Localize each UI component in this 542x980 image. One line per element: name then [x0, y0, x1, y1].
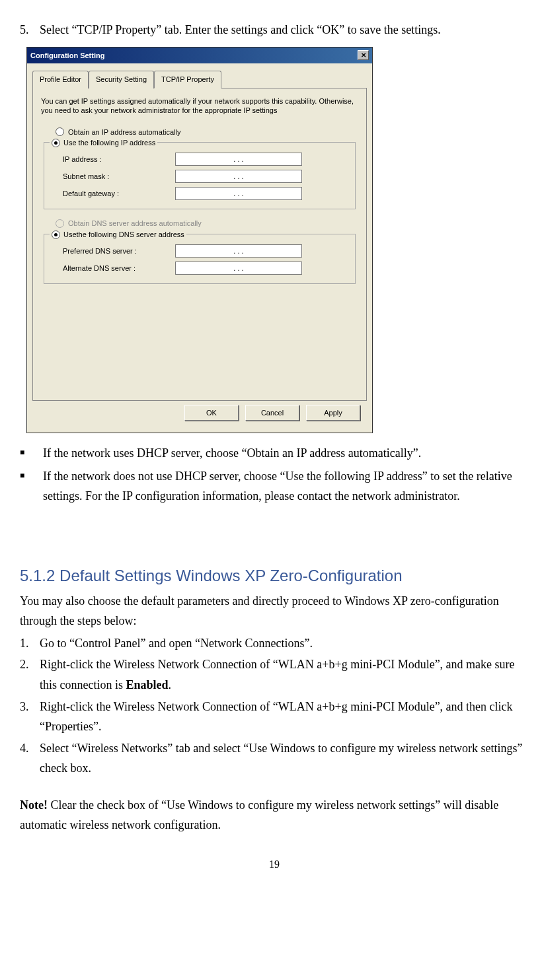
note: Note! Clear the check box of “Use Window… [20, 795, 529, 835]
pref-dns-input[interactable]: . . . [175, 244, 302, 258]
tab-content: You can get IP settings assigned automat… [32, 88, 367, 401]
list-item-3: 3. Right-click the Wireless Network Conn… [20, 697, 529, 737]
bullet-2: ■ If the network does not use DHCP serve… [20, 466, 529, 507]
list-number: 3. [20, 697, 40, 737]
gateway-input[interactable]: . . . [175, 187, 302, 200]
ip-address-row: IP address : . . . [50, 151, 350, 168]
section-title: 5.1.2 Default Settings Windows XP Zero-C… [20, 563, 529, 590]
dns-group: Usethe following DNS server address Pref… [44, 234, 356, 284]
step-5: 5. Select “TCP/IP Property” tab. Enter t… [20, 20, 529, 40]
tab-security-setting[interactable]: Security Setting [89, 71, 154, 88]
step-number: 5. [20, 20, 40, 40]
list-text: Right-click the Wireless Network Connect… [40, 654, 529, 695]
alt-dns-input[interactable]: . . . [175, 262, 302, 275]
section-intro: You may also choose the default paramete… [20, 591, 529, 631]
bullet-1: ■ If the network uses DHCP server, choos… [20, 443, 529, 464]
close-icon[interactable]: ✕ [358, 50, 369, 60]
radio-icon [52, 139, 60, 147]
list-number: 1. [20, 633, 40, 654]
bullet-icon: ■ [20, 466, 43, 507]
page-number: 19 [20, 855, 529, 873]
alt-dns-row: Alternate DNS server : . . . [50, 260, 350, 277]
list-text: Go to “Control Panel” and open “Network … [40, 633, 313, 654]
list-number: 2. [20, 654, 40, 695]
dialog-buttons: OK Cancel Apply [32, 401, 367, 427]
pref-dns-row: Preferred DNS server : . . . [50, 242, 350, 260]
alt-dns-label: Alternate DNS server : [63, 262, 175, 275]
dialog-title: Configuration Setting [30, 50, 104, 62]
list-item-4: 4. Select “Wireless Networks” tab and se… [20, 738, 529, 779]
list-text: Select “Wireless Networks” tab and selec… [40, 738, 529, 779]
radio-icon [56, 219, 64, 228]
ok-button[interactable]: OK [184, 405, 239, 421]
list-text: Right-click the Wireless Network Connect… [40, 697, 529, 737]
titlebar: Configuration Setting ✕ [27, 48, 372, 64]
ip-address-input[interactable]: . . . [175, 153, 302, 166]
list-item-2: 2. Right-click the Wireless Network Conn… [20, 654, 529, 695]
ip-address-label: IP address : [63, 153, 175, 166]
cancel-button[interactable]: Cancel [245, 405, 299, 421]
step-text: Select “TCP/IP Property” tab. Enter the … [40, 20, 441, 40]
radio-icon [56, 127, 64, 136]
note-label: Note! [20, 798, 48, 812]
bullet-1-text: If the network uses DHCP server, choose … [43, 443, 421, 464]
bullet-2-text: If the network does not use DHCP server,… [43, 466, 529, 507]
gateway-row: Default gateway : . . . [50, 185, 350, 202]
tab-profile-editor[interactable]: Profile Editor [32, 71, 89, 88]
subnet-row: Subnet mask : . . . [50, 168, 350, 185]
intro-text: You can get IP settings assigned automat… [41, 96, 358, 116]
bullet-list: ■ If the network uses DHCP server, choos… [20, 443, 529, 507]
gateway-label: Default gateway : [63, 188, 175, 200]
subnet-label: Subnet mask : [63, 170, 175, 183]
subnet-input[interactable]: . . . [175, 170, 302, 183]
tab-tcpip-property[interactable]: TCP/IP Property [154, 71, 221, 88]
pref-dns-label: Preferred DNS server : [63, 245, 175, 258]
note-text: Clear the check box of “Use Windows to c… [20, 798, 498, 832]
ip-group: Use the following IP address IP address … [44, 142, 356, 209]
tabs: Profile Editor Security Setting TCP/IP P… [32, 70, 367, 88]
radio-use-ip[interactable]: Use the following IP address [50, 137, 157, 149]
numbered-list: 1. Go to “Control Panel” and open “Netwo… [20, 633, 529, 779]
apply-button[interactable]: Apply [306, 405, 360, 421]
radio-icon [52, 230, 60, 239]
bullet-icon: ■ [20, 443, 43, 464]
radio-label-use-dns: Usethe following DNS server address [63, 228, 184, 241]
list-number: 4. [20, 738, 40, 779]
config-dialog: Configuration Setting ✕ Profile Editor S… [26, 47, 373, 433]
list-item-1: 1. Go to “Control Panel” and open “Netwo… [20, 633, 529, 654]
radio-use-dns[interactable]: Usethe following DNS server address [50, 228, 186, 241]
radio-label-use-ip: Use the following IP address [63, 137, 155, 149]
